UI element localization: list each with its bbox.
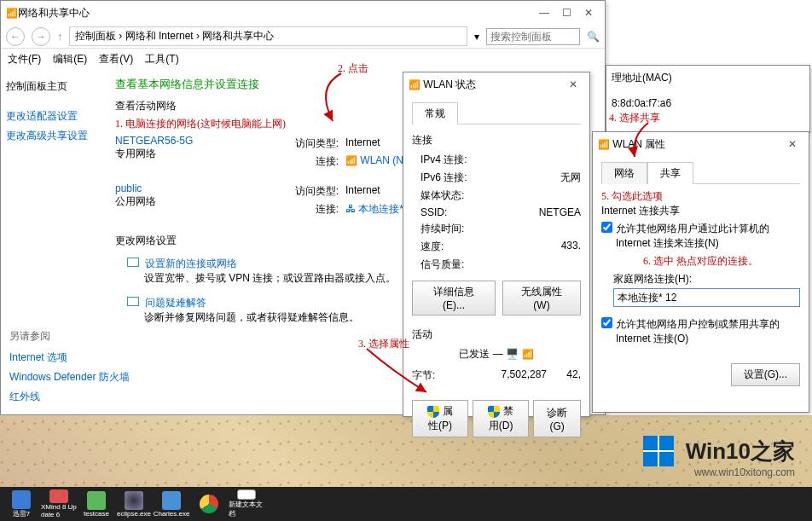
tab-network[interactable]: 网络 xyxy=(601,162,647,184)
bytes-sent: 7,502,287 xyxy=(502,368,547,383)
see-defender[interactable]: Windows Defender 防火墙 xyxy=(9,370,146,385)
menu-edit[interactable]: 编辑(E) xyxy=(53,52,87,67)
sidebar-home[interactable]: 控制面板主页 xyxy=(6,77,98,96)
activity-label: 活动 xyxy=(412,327,581,342)
network1-name[interactable]: NETGEAR56-5G xyxy=(115,135,286,147)
status-title: WLAN 状态 xyxy=(423,78,562,92)
network2-type: 公用网络 xyxy=(115,194,286,209)
props-close-button[interactable]: ✕ xyxy=(781,136,803,153)
setup-icon xyxy=(127,258,139,267)
mac-value: 8:8d:0a:f7:a6 xyxy=(612,97,804,109)
ncpl-titlebar: 网络和共享中心 — ☐ ✕ xyxy=(1,1,605,25)
task-setup-connection[interactable]: 设置新的连接或网络 xyxy=(145,258,237,269)
shield-icon xyxy=(488,406,500,418)
network2-name[interactable]: public xyxy=(115,182,286,194)
bytes-recv: 42, xyxy=(547,368,581,383)
address-bar: ← → ↑ 控制面板 › 网络和 Internet › 网络和共享中心 ▾ 🔍 xyxy=(1,25,605,49)
arrow-2 xyxy=(290,70,358,130)
see-internet-options[interactable]: Internet 选项 xyxy=(9,350,146,365)
checkbox-allow-share[interactable] xyxy=(601,222,612,233)
diagnose-button[interactable]: 诊断(G) xyxy=(533,400,581,437)
wlan-props-window: WLAN 属性 ✕ 网络共享 5. 勾选此选项 Internet 连接共享 允许… xyxy=(592,131,809,413)
search-icon[interactable]: 🔍 xyxy=(587,31,600,43)
tab-general[interactable]: 常规 xyxy=(412,102,458,124)
search-input[interactable] xyxy=(486,28,580,45)
signal-icon xyxy=(522,348,534,360)
network1-access: Internet xyxy=(345,136,380,151)
status-titlebar: WLAN 状态 ✕ xyxy=(403,72,589,96)
watermark: Win10之家 www.win10xitong.com xyxy=(643,436,795,478)
see-infrared[interactable]: 红外线 xyxy=(9,390,146,404)
annotation-5: 5. 勾选此选项 xyxy=(601,189,800,204)
windows-logo-icon xyxy=(643,436,674,466)
shield-icon xyxy=(427,406,439,418)
disable-button[interactable]: 禁用(D) xyxy=(473,400,529,437)
forward-button[interactable]: → xyxy=(32,27,50,46)
network2-access: Internet xyxy=(345,184,380,199)
task-troubleshoot[interactable]: 问题疑难解答 xyxy=(145,297,206,309)
arrow-4 xyxy=(614,119,657,162)
maximize-button[interactable]: ☐ xyxy=(555,4,577,21)
troubleshoot-icon xyxy=(127,297,139,306)
task-notepad[interactable]: 新建文本文档 xyxy=(229,489,264,518)
close-button[interactable]: ✕ xyxy=(577,4,600,21)
details-button[interactable]: 详细信息(E)... xyxy=(412,281,496,315)
sidebar-advanced[interactable]: 更改高级共享设置 xyxy=(6,126,98,146)
menu-file[interactable]: 文件(F) xyxy=(8,52,41,67)
ics-heading: Internet 连接共享 xyxy=(601,204,800,218)
checkbox-allow-control[interactable] xyxy=(601,317,612,328)
window-title: 网络和共享中心 xyxy=(18,6,533,20)
up-button[interactable]: ↑ xyxy=(57,31,62,43)
minimize-button[interactable]: — xyxy=(533,4,555,21)
section-connection: 连接 xyxy=(412,133,581,148)
status-close-button[interactable]: ✕ xyxy=(562,76,584,93)
sidebar-adapter[interactable]: 更改适配器设置 xyxy=(6,107,98,126)
menu-view[interactable]: 查看(V) xyxy=(99,52,133,67)
home-connection-select[interactable] xyxy=(613,288,800,307)
settings-button[interactable]: 设置(G)... xyxy=(731,363,800,386)
network-icon xyxy=(6,7,18,19)
wifi-icon xyxy=(598,138,610,150)
sidebar: 控制面板主页 更改适配器设置 更改高级共享设置 xyxy=(1,70,103,335)
menu-bar: 文件(F) 编辑(E) 查看(V) 工具(T) xyxy=(1,49,605,70)
annotation-6: 6. 选中 热点对应的连接。 xyxy=(601,254,800,269)
task-charles[interactable]: Charles.exe xyxy=(154,489,189,518)
back-button[interactable]: ← xyxy=(6,27,25,46)
dropdown-icon[interactable]: ▾ xyxy=(474,31,479,43)
task-xunlei[interactable]: 迅雷7 xyxy=(3,489,39,518)
properties-button[interactable]: 属性(P) xyxy=(412,400,468,437)
activity-icon: 🖥️ xyxy=(506,348,519,360)
mac-label: 理地址(MAC) xyxy=(612,71,804,85)
see-also: 另请参阅 Internet 选项 Windows Defender 防火墙 红外… xyxy=(9,329,146,404)
task-xmind[interactable]: XMind 8 Up date 6 xyxy=(41,489,77,518)
task-testcase[interactable]: testcase xyxy=(78,489,114,518)
home-conn-label: 家庭网络连接(H): xyxy=(613,272,800,287)
taskbar: 迅雷7 XMind 8 Up date 6 testcase eclipse.e… xyxy=(0,487,812,521)
network1-type: 专用网络 xyxy=(115,147,286,161)
wifi-icon xyxy=(345,154,357,166)
wireless-props-button[interactable]: 无线属性(W) xyxy=(502,281,581,315)
allow-control-checkbox[interactable]: 允许其他网络用户控制或禁用共享的 Internet 连接(O) xyxy=(601,314,800,350)
allow-share-checkbox[interactable]: 允许其他网络用户通过此计算机的 Internet 连接来连接(N) xyxy=(601,218,800,254)
breadcrumb[interactable]: 控制面板 › 网络和 Internet › 网络和共享中心 xyxy=(69,26,467,46)
wifi-icon xyxy=(409,78,420,90)
task-eclipse[interactable]: eclipse.exe xyxy=(116,489,152,518)
task-chrome[interactable] xyxy=(191,489,227,518)
menu-tools[interactable]: 工具(T) xyxy=(145,52,178,67)
arrow-3 xyxy=(358,345,435,405)
tab-sharing[interactable]: 共享 xyxy=(647,162,693,184)
